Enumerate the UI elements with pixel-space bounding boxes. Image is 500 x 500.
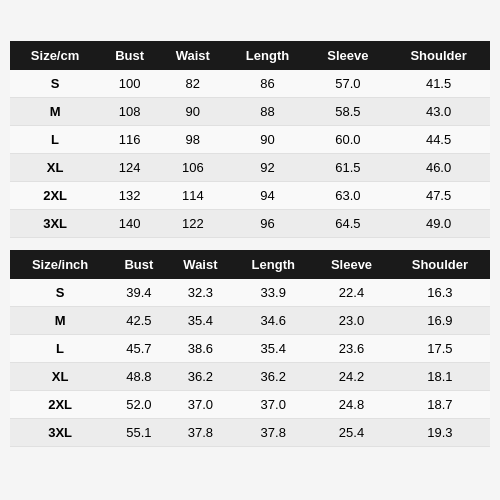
measurement-cell: 36.2 <box>233 363 313 391</box>
measurement-cell: 82 <box>159 70 226 98</box>
size-table-inch: Size/inchBustWaistLengthSleeveShoulder S… <box>10 250 490 447</box>
measurement-cell: 18.1 <box>390 363 490 391</box>
size-table-cm: Size/cmBustWaistLengthSleeveShoulder S10… <box>10 41 490 238</box>
size-cell: L <box>10 126 100 154</box>
measurement-cell: 37.0 <box>168 391 234 419</box>
measurement-cell: 18.7 <box>390 391 490 419</box>
size-cell: M <box>10 98 100 126</box>
measurement-cell: 96 <box>227 210 309 238</box>
measurement-cell: 32.3 <box>168 279 234 307</box>
measurement-cell: 98 <box>159 126 226 154</box>
column-header: Sleeve <box>313 250 390 279</box>
measurement-cell: 60.0 <box>309 126 388 154</box>
column-header: Shoulder <box>390 250 490 279</box>
measurement-cell: 16.3 <box>390 279 490 307</box>
measurement-cell: 116 <box>100 126 159 154</box>
table-row: S39.432.333.922.416.3 <box>10 279 490 307</box>
measurement-cell: 58.5 <box>309 98 388 126</box>
table-row: S100828657.041.5 <box>10 70 490 98</box>
measurement-cell: 47.5 <box>387 182 490 210</box>
column-header: Length <box>233 250 313 279</box>
table-row: 2XL1321149463.047.5 <box>10 182 490 210</box>
measurement-cell: 16.9 <box>390 307 490 335</box>
table-row: L45.738.635.423.617.5 <box>10 335 490 363</box>
column-header: Size/inch <box>10 250 110 279</box>
measurement-cell: 122 <box>159 210 226 238</box>
column-header: Bust <box>110 250 167 279</box>
measurement-cell: 37.8 <box>168 419 234 447</box>
measurement-cell: 124 <box>100 154 159 182</box>
cm-table-wrapper: Size/cmBustWaistLengthSleeveShoulder S10… <box>10 41 490 238</box>
measurement-cell: 94 <box>227 182 309 210</box>
measurement-cell: 22.4 <box>313 279 390 307</box>
measurement-cell: 34.6 <box>233 307 313 335</box>
measurement-cell: 38.6 <box>168 335 234 363</box>
size-cell: 2XL <box>10 182 100 210</box>
column-header: Sleeve <box>309 41 388 70</box>
table-row: XL48.836.236.224.218.1 <box>10 363 490 391</box>
size-cell: XL <box>10 154 100 182</box>
measurement-cell: 55.1 <box>110 419 167 447</box>
measurement-cell: 140 <box>100 210 159 238</box>
column-header: Bust <box>100 41 159 70</box>
table-row: L116989060.044.5 <box>10 126 490 154</box>
column-header: Shoulder <box>387 41 490 70</box>
size-cell: 3XL <box>10 210 100 238</box>
measurement-cell: 46.0 <box>387 154 490 182</box>
measurement-cell: 64.5 <box>309 210 388 238</box>
measurement-cell: 35.4 <box>233 335 313 363</box>
size-cell: 3XL <box>10 419 110 447</box>
table-row: 3XL55.137.837.825.419.3 <box>10 419 490 447</box>
measurement-cell: 37.0 <box>233 391 313 419</box>
measurement-cell: 24.8 <box>313 391 390 419</box>
measurement-cell: 19.3 <box>390 419 490 447</box>
size-cell: XL <box>10 363 110 391</box>
measurement-cell: 39.4 <box>110 279 167 307</box>
column-header: Length <box>227 41 309 70</box>
measurement-cell: 49.0 <box>387 210 490 238</box>
measurement-cell: 48.8 <box>110 363 167 391</box>
table-row: 2XL52.037.037.024.818.7 <box>10 391 490 419</box>
table-row: XL1241069261.546.0 <box>10 154 490 182</box>
size-cell: S <box>10 70 100 98</box>
measurement-cell: 17.5 <box>390 335 490 363</box>
measurement-cell: 86 <box>227 70 309 98</box>
measurement-cell: 90 <box>159 98 226 126</box>
measurement-cell: 42.5 <box>110 307 167 335</box>
measurement-cell: 23.0 <box>313 307 390 335</box>
measurement-cell: 88 <box>227 98 309 126</box>
measurement-cell: 45.7 <box>110 335 167 363</box>
measurement-cell: 90 <box>227 126 309 154</box>
measurement-cell: 33.9 <box>233 279 313 307</box>
measurement-cell: 23.6 <box>313 335 390 363</box>
measurement-cell: 114 <box>159 182 226 210</box>
measurement-cell: 57.0 <box>309 70 388 98</box>
measurement-cell: 36.2 <box>168 363 234 391</box>
measurement-cell: 44.5 <box>387 126 490 154</box>
measurement-cell: 108 <box>100 98 159 126</box>
measurement-cell: 100 <box>100 70 159 98</box>
measurement-cell: 37.8 <box>233 419 313 447</box>
measurement-cell: 106 <box>159 154 226 182</box>
measurement-cell: 41.5 <box>387 70 490 98</box>
size-cell: L <box>10 335 110 363</box>
measurement-cell: 24.2 <box>313 363 390 391</box>
measurement-cell: 63.0 <box>309 182 388 210</box>
size-cell: 2XL <box>10 391 110 419</box>
measurement-cell: 132 <box>100 182 159 210</box>
table-row: 3XL1401229664.549.0 <box>10 210 490 238</box>
column-header: Size/cm <box>10 41 100 70</box>
measurement-cell: 92 <box>227 154 309 182</box>
table-row: M108908858.543.0 <box>10 98 490 126</box>
measurement-cell: 35.4 <box>168 307 234 335</box>
size-cell: M <box>10 307 110 335</box>
measurement-cell: 61.5 <box>309 154 388 182</box>
measurement-cell: 52.0 <box>110 391 167 419</box>
column-header: Waist <box>159 41 226 70</box>
size-cell: S <box>10 279 110 307</box>
column-header: Waist <box>168 250 234 279</box>
inch-table-wrapper: Size/inchBustWaistLengthSleeveShoulder S… <box>10 250 490 447</box>
table-row: M42.535.434.623.016.9 <box>10 307 490 335</box>
measurement-cell: 25.4 <box>313 419 390 447</box>
measurement-cell: 43.0 <box>387 98 490 126</box>
